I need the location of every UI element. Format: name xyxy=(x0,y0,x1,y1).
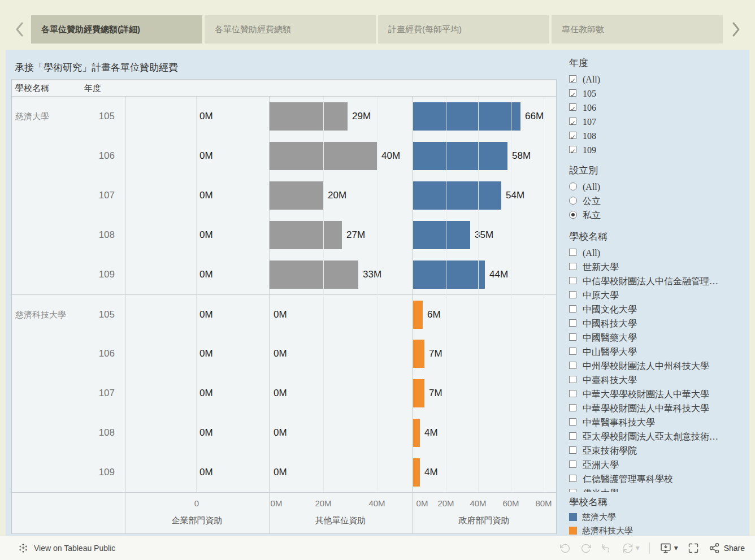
filter-option[interactable]: 中國科技大學 xyxy=(569,316,747,331)
bar-mark-gov[interactable] xyxy=(413,379,424,407)
school-label[interactable]: 慈濟科技大學 xyxy=(15,295,82,335)
filter-option[interactable]: 中州學校財團法人中州科技大學 xyxy=(569,359,747,373)
filter-option[interactable]: 亞洲大學 xyxy=(569,458,747,472)
checkbox-checked-icon[interactable] xyxy=(569,132,576,139)
checkbox-icon[interactable] xyxy=(569,418,576,426)
bar-value-label: 4M xyxy=(424,453,438,492)
checkbox-checked-icon[interactable] xyxy=(569,103,576,111)
tabs-scroll-left-icon[interactable] xyxy=(14,21,26,37)
tab-3[interactable]: 計畫經費(每師平均) xyxy=(378,15,549,44)
bar-mark-gov[interactable] xyxy=(413,221,470,249)
filter-option[interactable]: 中原大學 xyxy=(569,288,747,302)
year-label[interactable]: 105 xyxy=(82,295,115,335)
column-header-year[interactable]: 年度 xyxy=(84,80,101,97)
year-label[interactable]: 107 xyxy=(82,176,115,215)
filter-option[interactable]: 亞太學校財團法人亞太創意技術… xyxy=(569,429,747,444)
undo-button[interactable] xyxy=(559,542,571,554)
bar-mark-other[interactable] xyxy=(270,102,348,131)
filter-option[interactable]: 中臺科技大學 xyxy=(569,373,747,387)
checkbox-checked-icon[interactable] xyxy=(569,75,576,83)
filter-option[interactable]: 中華大學學校財團法人中華大學 xyxy=(569,387,747,401)
share-button[interactable]: Share xyxy=(709,542,745,554)
download-button[interactable]: ▼ xyxy=(659,542,678,554)
column-header-school[interactable]: 學校名稱 xyxy=(15,80,49,97)
redo-button[interactable] xyxy=(580,542,592,554)
tab-4[interactable]: 專任教師數 xyxy=(552,15,723,44)
checkbox-icon[interactable] xyxy=(569,475,576,482)
filter-option[interactable]: 中國醫藥大學 xyxy=(569,331,747,345)
checkbox-icon[interactable] xyxy=(569,277,576,284)
bar-mark-gov[interactable] xyxy=(413,340,424,368)
filter-option[interactable]: 亞東技術學院 xyxy=(569,444,747,458)
checkbox-icon[interactable] xyxy=(569,263,576,270)
year-label[interactable]: 106 xyxy=(82,136,115,176)
filter-option[interactable]: 106 xyxy=(569,101,747,115)
bar-mark-gov[interactable] xyxy=(413,261,485,289)
bar-mark-gov[interactable] xyxy=(413,142,507,170)
checkbox-icon[interactable] xyxy=(569,291,576,298)
checkbox-icon[interactable] xyxy=(569,333,576,341)
filter-option[interactable]: 中華醫事科技大學 xyxy=(569,415,747,429)
bar-mark-other[interactable] xyxy=(270,221,342,249)
year-label[interactable]: 106 xyxy=(82,334,115,374)
checkbox-icon[interactable] xyxy=(569,348,576,355)
filter-option[interactable]: 公立 xyxy=(569,194,747,208)
checkbox-icon[interactable] xyxy=(569,305,576,312)
legend-item[interactable]: 慈濟大學 xyxy=(569,510,747,524)
filter-option[interactable]: (All) xyxy=(569,72,747,86)
refresh-button[interactable]: ▼ xyxy=(622,542,640,554)
filter-option[interactable]: 中山醫學大學 xyxy=(569,345,747,359)
tab-2[interactable]: 各單位贊助經費總額 xyxy=(205,15,376,44)
year-label[interactable]: 105 xyxy=(82,97,115,136)
bar-value-label: 0M xyxy=(199,97,213,136)
bar-mark-other[interactable] xyxy=(270,181,323,210)
checkbox-icon[interactable] xyxy=(569,432,576,440)
filter-option[interactable]: (All) xyxy=(569,180,747,194)
checkbox-icon[interactable] xyxy=(569,249,576,256)
filter-option[interactable]: 105 xyxy=(569,86,747,101)
year-label[interactable]: 109 xyxy=(82,255,115,294)
filter-option[interactable]: 仁德醫護管理專科學校 xyxy=(569,472,747,486)
radio-selected-icon[interactable] xyxy=(569,211,577,219)
bar-mark-gov[interactable] xyxy=(413,419,420,447)
filter-option[interactable]: 108 xyxy=(569,129,747,143)
filter-option[interactable]: 世新大學 xyxy=(569,260,747,274)
undo-icon xyxy=(559,542,571,554)
filter-option[interactable]: 佛光大學 xyxy=(569,486,747,492)
filter-option[interactable]: 中華學校財團法人中華科技大學 xyxy=(569,401,747,415)
view-on-tableau-public-link[interactable]: View on Tableau Public xyxy=(18,543,115,553)
checkbox-icon[interactable] xyxy=(569,446,576,454)
revert-button[interactable] xyxy=(601,542,613,554)
checkbox-checked-icon[interactable] xyxy=(569,118,576,125)
checkbox-icon[interactable] xyxy=(569,362,576,369)
checkbox-icon[interactable] xyxy=(569,489,576,492)
tabs-scroll-right-icon[interactable] xyxy=(730,21,742,37)
year-label[interactable]: 109 xyxy=(82,453,115,492)
filter-option[interactable]: 私立 xyxy=(569,208,747,222)
bar-mark-other[interactable] xyxy=(270,261,358,289)
filter-option[interactable]: 109 xyxy=(569,143,747,157)
checkbox-icon[interactable] xyxy=(569,376,576,383)
bar-mark-gov[interactable] xyxy=(413,181,501,210)
checkbox-icon[interactable] xyxy=(569,390,576,397)
checkbox-checked-icon[interactable] xyxy=(569,146,576,153)
checkbox-icon[interactable] xyxy=(569,319,576,327)
fullscreen-button[interactable] xyxy=(688,542,699,554)
radio-icon[interactable] xyxy=(569,183,577,190)
checkbox-icon[interactable] xyxy=(569,404,576,411)
year-label[interactable]: 108 xyxy=(82,215,115,255)
bar-mark-gov[interactable] xyxy=(413,458,420,487)
tab-1[interactable]: 各單位贊助經費總額(詳細) xyxy=(31,15,202,44)
school-label[interactable]: 慈濟大學 xyxy=(15,97,82,136)
filter-option[interactable]: 中國文化大學 xyxy=(569,302,747,316)
filter-option[interactable]: 107 xyxy=(569,115,747,129)
checkbox-checked-icon[interactable] xyxy=(569,89,576,97)
filter-option[interactable]: 中信學校財團法人中信金融管理… xyxy=(569,274,747,288)
bar-mark-gov[interactable] xyxy=(413,102,520,131)
year-label[interactable]: 108 xyxy=(82,413,115,453)
checkbox-icon[interactable] xyxy=(569,461,576,468)
radio-icon[interactable] xyxy=(569,197,577,205)
filter-option[interactable]: (All) xyxy=(569,246,747,260)
year-label[interactable]: 107 xyxy=(82,374,115,413)
bar-mark-gov[interactable] xyxy=(413,301,423,329)
